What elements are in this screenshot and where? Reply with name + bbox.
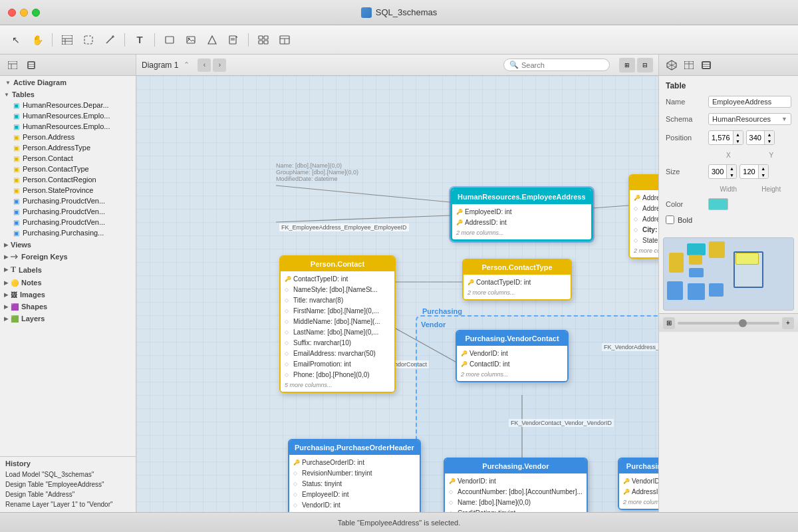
sidebar-item-purch-1[interactable]: ▣ Purchasing.ProudctVen...: [0, 196, 136, 206]
zoom-thumb[interactable]: [739, 319, 747, 327]
table-vendor-address[interactable]: Purchasing.VendorAddress 🔑VendorID: int …: [618, 458, 658, 510]
sidebar-item-person-contact[interactable]: ▣ Person.Contact: [0, 153, 136, 164]
svg-rect-28: [29, 66, 34, 68]
sidebar-item-purch-3[interactable]: ▣ Purchasing.ProudctVen...: [0, 217, 136, 227]
image-tool[interactable]: [182, 31, 200, 49]
foreign-keys-group[interactable]: ▶ Foreign Keys: [0, 250, 136, 262]
frame-tool[interactable]: [79, 31, 98, 49]
table-vendor-contact[interactable]: Purchasing.VendorContact 🔑VendorID: int …: [456, 330, 569, 382]
zoom-plus-btn[interactable]: +: [782, 317, 794, 329]
labels-group[interactable]: ▶ T Labels: [0, 262, 136, 276]
notes-group[interactable]: ▶ 🟡 Notes: [0, 276, 136, 288]
panel-grid-icon[interactable]: [682, 58, 696, 72]
minimap-vc: [689, 268, 704, 277]
arrow-tool[interactable]: ↖: [7, 31, 25, 49]
color-picker[interactable]: [708, 198, 728, 210]
sidebar-item-person-contactregion[interactable]: ▣ Person.ContactRegion: [0, 174, 136, 185]
prop-pos-y[interactable]: 340 ▲ ▼: [746, 130, 775, 145]
prop-row-position: Position 1,576 ▲ ▼ 340 ▲ ▼: [666, 130, 791, 145]
prop-pos-x[interactable]: 1,576 ▲ ▼: [708, 130, 743, 145]
svg-rect-16: [264, 36, 268, 39]
table-row: 🔑ContactTypeID: int: [285, 274, 390, 285]
diagram-dropdown-icon[interactable]: ⌃: [184, 61, 190, 69]
minimap-selected: [735, 253, 759, 265]
width-up[interactable]: ▲: [727, 165, 736, 172]
history-item-1[interactable]: Load Model "SQL_3schemas": [5, 469, 130, 479]
prop-height[interactable]: 120 ▲ ▼: [739, 164, 768, 179]
table-row: ◇Title: nvarchar(8): [285, 295, 390, 306]
table-employee-address[interactable]: HumanResources.EmployeeAddress 🔑Employee…: [450, 188, 593, 241]
history-item-4[interactable]: Rename Layer "Layer 1" to "Vendor": [5, 499, 130, 509]
sidebar-view-btn-1[interactable]: [5, 58, 20, 72]
sidebar-item-person-address[interactable]: ▣ Person.Address: [0, 132, 136, 142]
history-item-3[interactable]: Design Table "Address": [5, 489, 130, 499]
pos-y-up[interactable]: ▲: [765, 131, 774, 138]
sidebar-item-hr-depar[interactable]: ▣ HumanResources.Depar...: [0, 100, 136, 110]
shape-tool[interactable]: [203, 31, 221, 49]
panel-3d-icon[interactable]: [664, 58, 679, 72]
table-purchase-order[interactable]: Purchasing.PurchaseOrderHeader 🔑Purchase…: [288, 439, 421, 512]
prop-value-schema[interactable]: HumanResources ▼: [708, 113, 791, 125]
table-row: ◇RevisionNumber: tinyint: [293, 468, 416, 479]
height-down[interactable]: ▼: [759, 172, 768, 178]
canvas-nav-next[interactable]: ›: [213, 59, 226, 72]
minimap[interactable]: [663, 237, 794, 311]
table-row: ◇EmailAddress: nvarchar(50): [285, 348, 390, 359]
table-person-address[interactable]: Person.Address 🔑AddressID: int ◇AddressL…: [628, 174, 658, 259]
sidebar-view-btn-2[interactable]: [24, 58, 39, 72]
table-tool[interactable]: [58, 31, 76, 49]
note-tool[interactable]: [224, 31, 243, 49]
maximize-button[interactable]: [32, 9, 40, 17]
sidebar-item-hr-emplo2[interactable]: ▣ HumanResources.Emplo...: [0, 121, 136, 132]
sidebar-item-purch-2[interactable]: ▣ Purchasing.ProudctVen...: [0, 206, 136, 217]
hand-tool[interactable]: ✋: [28, 31, 47, 49]
zoom-fit-btn[interactable]: ⊞: [663, 317, 675, 329]
bold-checkbox[interactable]: [666, 215, 674, 224]
prop-width[interactable]: 300 ▲ ▼: [708, 164, 737, 179]
history-item-2[interactable]: Design Table "EmployeeAddress": [5, 479, 130, 489]
close-button[interactable]: [8, 9, 16, 17]
height-up[interactable]: ▲: [759, 165, 768, 172]
table-person-contact[interactable]: Person.Contact 🔑ContactTypeID: int ◇Name…: [279, 255, 396, 393]
sidebar-item-hr-emplo1[interactable]: ▣ HumanResources.Emplo...: [0, 110, 136, 121]
sidebar-item-person-addresstype[interactable]: ▣ Person.AddressType: [0, 142, 136, 153]
pos-y-down[interactable]: ▼: [765, 138, 774, 144]
table-vendor-header: Purchasing.Vendor: [445, 459, 587, 473]
search-input[interactable]: [521, 61, 604, 69]
svg-rect-9: [187, 37, 195, 43]
line-tool[interactable]: [100, 31, 119, 49]
sidebar-item-person-contacttype[interactable]: ▣ Person.ContactType: [0, 164, 136, 174]
svg-rect-0: [62, 35, 72, 45]
prop-row-schema: Schema HumanResources ▼: [666, 113, 791, 125]
width-down[interactable]: ▼: [727, 172, 736, 178]
pos-x-up[interactable]: ▲: [733, 131, 743, 138]
layout-tool[interactable]: [275, 31, 294, 49]
view-btn-2[interactable]: ⊟: [637, 58, 653, 72]
sidebar-item-purch-4[interactable]: ▣ Purchasing.Purchasing...: [0, 227, 136, 238]
zoom-slider[interactable]: [678, 322, 779, 325]
views-group[interactable]: ▶ Views: [0, 238, 136, 250]
prop-value-name[interactable]: EmployeeAddress: [708, 96, 791, 108]
rect-tool[interactable]: [160, 31, 179, 49]
minimap-v: [688, 283, 705, 300]
prop-row-size: Size 300 ▲ ▼ 120 ▲ ▼: [666, 164, 791, 179]
search-box[interactable]: 🔍: [503, 59, 610, 71]
group-tool[interactable]: [254, 31, 273, 49]
sidebar-item-person-stateprovince[interactable]: ▣ Person.StateProvince: [0, 185, 136, 196]
canvas[interactable]: FK_EmployeeAddress_Employee_EmployeeID F…: [136, 76, 658, 512]
svg-rect-17: [259, 41, 263, 44]
table-row: 🔑VendorID: int: [449, 476, 583, 487]
text-tool[interactable]: T: [130, 31, 149, 49]
layers-group[interactable]: ▶ 🟩 Layers: [0, 312, 136, 324]
panel-list-icon[interactable]: [699, 58, 714, 72]
pos-x-down[interactable]: ▼: [733, 138, 743, 144]
minimize-button[interactable]: [20, 9, 28, 17]
table-row: ◇NameStyle: [dbo].[NameSt...: [285, 285, 390, 295]
shapes-group[interactable]: ▶ 🟪 Shapes: [0, 300, 136, 312]
table-vendor[interactable]: Purchasing.Vendor 🔑VendorID: int ◇Accoun…: [444, 458, 588, 512]
canvas-nav-prev[interactable]: ‹: [198, 59, 211, 72]
images-group[interactable]: ▶ 🖼 Images: [0, 288, 136, 300]
table-person-contacttype[interactable]: Person.ContactType 🔑ContactTypeID: int 2…: [462, 259, 572, 301]
view-btn-1[interactable]: ⊞: [619, 58, 635, 72]
tables-group[interactable]: ▼ Tables: [0, 88, 136, 100]
